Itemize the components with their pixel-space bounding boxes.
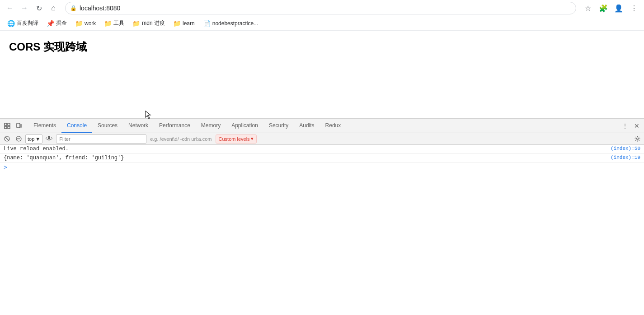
titlebar: ← → ↻ ⌂ 🔒 localhost:8080 ☆ 🧩 👤 ⋮ <box>0 0 644 16</box>
bookmark-icon: 📌 <box>47 20 54 27</box>
more-button[interactable]: ⋮ <box>628 2 640 14</box>
bookmark-icon: 📁 <box>75 20 83 27</box>
devtools-more-button[interactable]: ⋮ <box>620 120 630 131</box>
bookmark-icon: 📄 <box>203 20 211 27</box>
extensions-button[interactable]: 🧩 <box>597 2 610 14</box>
console-toolbar: top ▼ 👁 e.g. /event\d/ -cdn url:a.com Cu… <box>0 133 644 145</box>
forward-button[interactable]: → <box>18 2 31 14</box>
console-settings-button[interactable] <box>632 134 642 144</box>
devtools-right-controls: ⋮ ✕ <box>620 120 642 131</box>
devtools-header: Elements Console Sources Network Perform… <box>0 119 644 133</box>
bookmark-label: mdn 进度 <box>142 19 165 27</box>
svg-rect-4 <box>17 123 20 128</box>
browser-chrome: ← → ↻ ⌂ 🔒 localhost:8080 ☆ 🧩 👤 ⋮ 🌐 百度翻译 … <box>0 0 644 217</box>
eye-button[interactable]: 👁 <box>44 134 54 144</box>
context-text: top <box>28 136 34 142</box>
console-line-source[interactable]: (index):19 <box>611 155 640 160</box>
svg-line-16 <box>639 140 639 140</box>
dropdown-arrow-icon: ▼ <box>35 136 40 142</box>
svg-rect-5 <box>20 125 22 127</box>
lock-icon: 🔒 <box>70 5 77 11</box>
tab-console[interactable]: Console <box>61 119 92 133</box>
svg-rect-3 <box>8 126 10 129</box>
svg-rect-0 <box>5 123 7 125</box>
bookmark-label: nodebestpractice... <box>212 20 258 27</box>
bookmark-icon: 📁 <box>173 20 181 27</box>
custom-levels-label: Custom levels <box>219 136 250 142</box>
console-output: Live reload enabled. (index):50 {name: '… <box>0 145 644 217</box>
prompt-input-area[interactable] <box>10 164 13 171</box>
stop-recording-button[interactable] <box>14 134 24 144</box>
console-line: Live reload enabled. (index):50 <box>0 145 644 154</box>
user-button[interactable]: 👤 <box>612 2 625 14</box>
svg-rect-2 <box>5 126 7 129</box>
console-prompt: > <box>0 163 644 172</box>
devtools-left-controls <box>2 120 28 131</box>
tab-redux[interactable]: Redux <box>320 119 347 133</box>
device-toolbar-button[interactable] <box>14 120 24 131</box>
back-button[interactable]: ← <box>4 2 16 14</box>
bookmark-baidu-translate[interactable]: 🌐 百度翻译 <box>4 18 42 29</box>
address-bar[interactable]: 🔒 localhost:8080 <box>65 2 576 14</box>
bookmark-learn[interactable]: 📁 learn <box>169 18 198 29</box>
browser-actions: ☆ 🧩 👤 ⋮ <box>582 2 640 14</box>
bookmark-icon: 📁 <box>104 20 112 27</box>
tab-network[interactable]: Network <box>123 119 154 133</box>
bookmark-nodebestpractice[interactable]: 📄 nodebestpractice... <box>199 18 262 29</box>
devtools-tabs: Elements Console Sources Network Perform… <box>28 119 620 133</box>
svg-rect-1 <box>8 123 10 125</box>
filter-hint-inline: e.g. /event\d/ -cdn url:a.com <box>148 136 213 142</box>
bookmark-juejin[interactable]: 📌 掘金 <box>43 18 71 29</box>
url-text: localhost:8080 <box>80 5 571 12</box>
svg-point-10 <box>636 138 638 140</box>
tab-elements[interactable]: Elements <box>28 119 61 133</box>
bookmark-work[interactable]: 📁 work <box>71 18 99 29</box>
refresh-button[interactable]: ↻ <box>33 2 45 14</box>
svg-line-17 <box>639 137 639 137</box>
home-button[interactable]: ⌂ <box>47 2 60 14</box>
bookmarks-bar: 🌐 百度翻译 📌 掘金 📁 work 📁 工具 📁 mdn 进度 📁 learn… <box>0 16 644 31</box>
console-line-content: Live reload enabled. <box>4 146 611 152</box>
star-button[interactable]: ☆ <box>582 2 594 14</box>
bookmark-mdn[interactable]: 📁 mdn 进度 <box>129 18 169 29</box>
console-line: {name: 'quanquan', friend: 'guiling'} (i… <box>0 154 644 163</box>
clear-console-button[interactable] <box>2 134 12 144</box>
devtools-close-button[interactable]: ✕ <box>631 120 642 131</box>
svg-line-18 <box>635 140 636 140</box>
bookmark-icon: 🌐 <box>7 20 15 27</box>
bookmark-tools[interactable]: 📁 工具 <box>100 18 128 29</box>
context-selector[interactable]: top ▼ <box>25 134 42 144</box>
tab-performance[interactable]: Performance <box>154 119 196 133</box>
bookmark-label: work <box>85 20 96 27</box>
svg-line-7 <box>5 137 9 140</box>
inspect-element-button[interactable] <box>2 120 13 131</box>
custom-levels-arrow-icon: ▾ <box>251 136 254 142</box>
bookmark-icon: 📁 <box>132 20 140 27</box>
prompt-arrow-icon: > <box>4 164 7 171</box>
tab-sources[interactable]: Sources <box>92 119 123 133</box>
filter-input[interactable] <box>56 134 146 144</box>
page-title: CORS 实现跨域 <box>9 40 635 54</box>
tab-application[interactable]: Application <box>226 119 263 133</box>
bookmark-label: 百度翻译 <box>17 19 38 27</box>
console-line-content: {name: 'quanquan', friend: 'guiling'} <box>4 155 611 161</box>
svg-line-15 <box>635 137 636 137</box>
tab-audits[interactable]: Audits <box>294 119 320 133</box>
bookmark-label: 掘金 <box>56 19 67 27</box>
bookmark-label: learn <box>183 20 195 27</box>
tab-memory[interactable]: Memory <box>196 119 226 133</box>
custom-levels-button[interactable]: Custom levels ▾ <box>216 134 257 144</box>
bookmark-label: 工具 <box>113 19 124 27</box>
console-line-source[interactable]: (index):50 <box>611 146 640 151</box>
tab-security[interactable]: Security <box>263 119 294 133</box>
devtools-panel: Elements Console Sources Network Perform… <box>0 118 644 217</box>
